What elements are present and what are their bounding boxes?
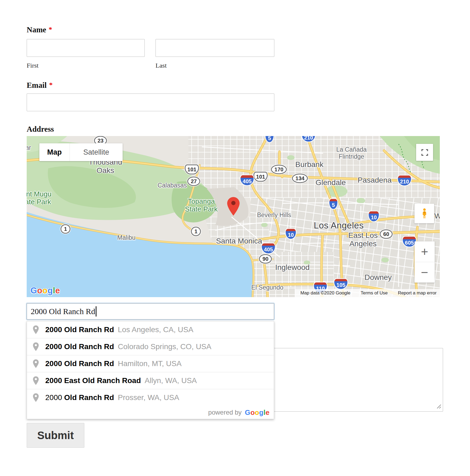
required-asterisk: * — [49, 81, 53, 89]
map-marker-icon — [227, 197, 240, 216]
street-view-pegman-button[interactable] — [414, 204, 434, 223]
address-input-value: 2000 Old Ranch Rd — [31, 307, 95, 316]
location-pin-icon — [32, 359, 39, 368]
zoom-control: + − — [414, 241, 435, 283]
map-data-credit: Map data ©2020 Google — [300, 290, 351, 296]
address-field-label: Address — [27, 125, 54, 134]
location-pin-icon — [32, 393, 39, 402]
google-map[interactable]: arThousandOaksCalabasasint Muguate ParkT… — [27, 136, 440, 297]
google-logo-letter: o — [250, 408, 255, 416]
map-attribution: Map data ©2020 Google Terms of Use Repor… — [295, 289, 440, 297]
suggestion-list: 2000 Old Ranch RdLos Angeles, CA, USA 20… — [27, 321, 274, 406]
fullscreen-icon — [421, 148, 429, 157]
name-label-text: Name — [27, 25, 46, 34]
address-suggestion[interactable]: 2000 Old Ranch RdLos Angeles, CA, USA — [27, 321, 274, 338]
google-logo-letter: e — [265, 408, 269, 416]
google-logo-letter: o — [255, 408, 259, 416]
google-logo-letter: g — [259, 408, 264, 416]
last-name-input[interactable] — [155, 39, 274, 57]
google-logo-letter: G — [30, 286, 37, 295]
resize-handle-icon[interactable] — [436, 403, 441, 409]
email-field-label: Email* — [27, 81, 53, 90]
address-label-text: Address — [27, 125, 54, 133]
google-logo[interactable]: Google — [30, 286, 60, 296]
google-logo-letter: o — [42, 286, 47, 295]
zoom-in-button[interactable]: + — [414, 241, 435, 262]
email-input[interactable] — [27, 93, 274, 111]
address-suggestion[interactable]: 2000 Old Ranch RdColorado Springs, CO, U… — [27, 338, 274, 355]
terms-of-use-link[interactable]: Terms of Use — [361, 290, 388, 296]
location-pin-icon — [32, 342, 39, 351]
google-logo-letter: l — [53, 286, 55, 295]
contact-form-page: Name* First Last Email* Address — [0, 0, 470, 476]
google-logo-letter: o — [37, 286, 42, 295]
google-logo-letter: G — [245, 408, 251, 416]
address-suggestion[interactable]: 2000 East Old Ranch RoadAllyn, WA, USA — [27, 372, 274, 389]
google-wordmark: Google — [245, 408, 269, 417]
name-field-label: Name* — [27, 25, 52, 34]
location-pin-icon — [32, 376, 39, 385]
last-sublabel: Last — [155, 62, 167, 69]
powered-by-google: powered by Google — [27, 406, 274, 419]
location-pin-icon — [32, 325, 39, 334]
address-input[interactable]: 2000 Old Ranch Rd — [27, 303, 274, 319]
map-type-satellite-button[interactable]: Satellite — [70, 143, 123, 161]
report-map-error-link[interactable]: Report a map error — [398, 290, 437, 296]
first-name-input[interactable] — [27, 39, 145, 57]
fullscreen-button[interactable] — [416, 144, 433, 161]
google-logo-letter: g — [48, 286, 53, 295]
map-type-control: Map Satellite — [39, 143, 123, 161]
required-asterisk: * — [49, 26, 52, 33]
zoom-out-button[interactable]: − — [414, 262, 435, 283]
first-sublabel: First — [27, 62, 39, 69]
address-suggestions-dropdown: 2000 Old Ranch RdLos Angeles, CA, USA 20… — [27, 321, 274, 419]
submit-button[interactable]: Submit — [27, 423, 84, 448]
map-type-map-button[interactable]: Map — [39, 143, 70, 161]
address-suggestion[interactable]: 2000 Old Ranch RdProsser, WA, USA — [27, 389, 274, 406]
address-suggestion[interactable]: 2000 Old Ranch RdHamilton, MT, USA — [27, 355, 274, 372]
email-label-text: Email — [27, 81, 47, 89]
powered-by-text: powered by — [208, 409, 242, 416]
pegman-icon — [419, 208, 430, 220]
text-cursor — [96, 306, 96, 317]
google-logo-letter: e — [55, 286, 60, 295]
